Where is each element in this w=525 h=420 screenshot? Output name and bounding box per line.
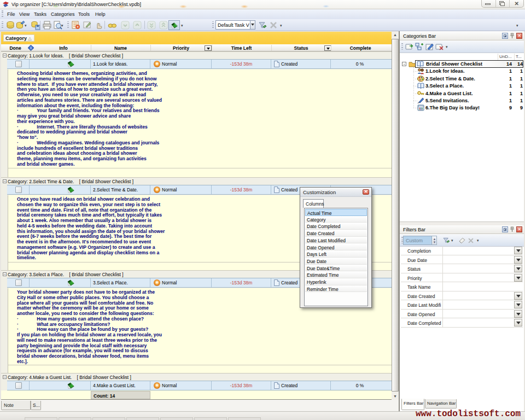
svg-text:i: i [30, 45, 31, 50]
